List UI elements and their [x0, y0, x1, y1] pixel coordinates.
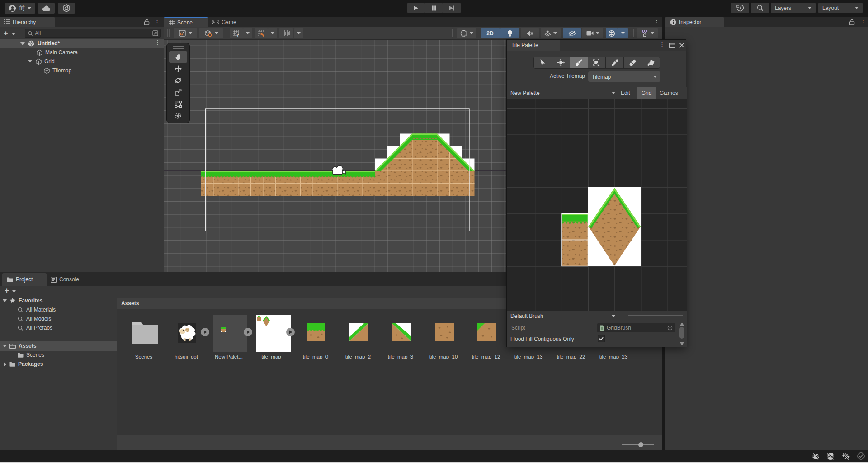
svg-text:Y: Y [236, 33, 239, 37]
